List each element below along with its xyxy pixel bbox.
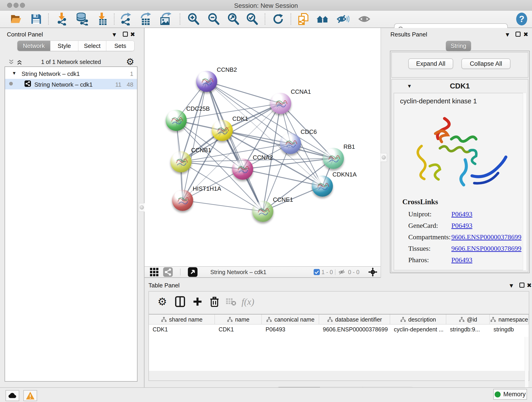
table-cell[interactable]: CDK1 bbox=[215, 325, 262, 334]
zoom-out-button[interactable] bbox=[206, 12, 221, 26]
control-panel-close-icon[interactable]: ✖ bbox=[130, 31, 135, 38]
import-table-from-file-button[interactable] bbox=[95, 12, 109, 26]
node-label: CDC25B bbox=[186, 105, 210, 112]
results-scrollbar[interactable] bbox=[523, 93, 526, 270]
import-network-from-database-button[interactable] bbox=[75, 12, 89, 26]
protein-section-header[interactable]: ▼ CDK1 bbox=[392, 80, 528, 92]
collection-expand-arrow-icon[interactable]: ▼ bbox=[12, 70, 17, 76]
network-collection-row[interactable]: ▼ String Network – cdk1 1 bbox=[5, 69, 137, 78]
table-panel-close-icon[interactable]: ✖ bbox=[527, 282, 532, 289]
network-share-view-button[interactable] bbox=[163, 267, 173, 277]
eye-button[interactable] bbox=[357, 12, 371, 26]
grid-view-button[interactable] bbox=[149, 267, 159, 277]
results-panel-close-icon[interactable]: ✖ bbox=[523, 31, 528, 38]
table-panel-menu-arrow-icon[interactable]: ▼ bbox=[508, 282, 514, 289]
table-cell[interactable]: CDK1 bbox=[149, 325, 215, 334]
tab-network[interactable]: Network bbox=[17, 41, 51, 51]
control-panel: Control Panel ▼ ✖ Network Style Select S… bbox=[0, 28, 144, 387]
zoom-fit-button[interactable] bbox=[226, 12, 240, 26]
open-session-button[interactable] bbox=[9, 12, 23, 26]
network-node-ccna2[interactable] bbox=[232, 159, 253, 180]
zoom-selected-button[interactable] bbox=[245, 12, 259, 26]
network-canvas[interactable]: CCNB2CCNA1CDC25BCDK1CDC6RB1CCNB1CCNA2CDK… bbox=[145, 28, 380, 266]
tab-select[interactable]: Select bbox=[78, 41, 106, 51]
help-button[interactable]: ? bbox=[515, 12, 529, 26]
birdseye-toggle-button[interactable] bbox=[368, 268, 377, 277]
tab-string[interactable]: String bbox=[446, 41, 471, 51]
results-panel-title: Results Panel bbox=[390, 31, 427, 38]
collapse-all-button[interactable]: Collapse All bbox=[462, 58, 510, 69]
column-header-namespace[interactable]: namespace bbox=[490, 314, 529, 325]
table-settings-gear-icon[interactable]: ⚙ bbox=[156, 295, 169, 308]
show-columns-button[interactable] bbox=[174, 295, 186, 308]
network-options-gear-icon[interactable]: ⚙ bbox=[126, 56, 134, 67]
network-node-hist1h1a[interactable] bbox=[172, 190, 193, 211]
apply-layout-button[interactable] bbox=[271, 12, 285, 26]
column-header-canonical-name[interactable]: canonical name bbox=[262, 314, 319, 325]
network-node-cdc25b[interactable] bbox=[166, 110, 187, 131]
zoom-in-button[interactable] bbox=[186, 12, 201, 26]
column-header-name[interactable]: name bbox=[215, 314, 262, 325]
hidden-toggle[interactable] bbox=[338, 269, 346, 275]
delete-column-button[interactable] bbox=[208, 295, 221, 308]
network-node-ccna1[interactable] bbox=[270, 93, 291, 114]
tab-sets[interactable]: Sets bbox=[106, 41, 134, 51]
expand-all-button[interactable]: Expand All bbox=[408, 58, 453, 69]
table-vertical-scrollbar[interactable] bbox=[525, 337, 528, 394]
table-cell[interactable]: 9606.ENSP00000378699 bbox=[319, 325, 390, 334]
import-network-from-file-button[interactable] bbox=[55, 12, 69, 26]
crosslink-link[interactable]: P06493 bbox=[451, 222, 472, 230]
network-node-cdc6[interactable] bbox=[280, 133, 301, 154]
table-cell[interactable]: cyclin-dependent ... bbox=[390, 325, 446, 334]
crosslink-link[interactable]: 9606.ENSP00000378699 bbox=[451, 245, 521, 252]
tab-style[interactable]: Style bbox=[51, 41, 78, 51]
function-builder-button-disabled[interactable]: f(x) bbox=[241, 295, 254, 308]
network-node-cdkn1a[interactable] bbox=[312, 176, 333, 197]
crosslink-link[interactable]: P06493 bbox=[451, 210, 472, 218]
selected-checkbox[interactable] bbox=[314, 269, 320, 275]
cloud-status-button[interactable] bbox=[6, 390, 19, 401]
results-panel-float-icon[interactable] bbox=[515, 32, 520, 37]
clone-network-button[interactable] bbox=[296, 12, 310, 26]
network-node-cdk1[interactable] bbox=[212, 120, 233, 141]
results-panel-menu-arrow-icon[interactable]: ▼ bbox=[505, 31, 510, 38]
network-edge[interactable] bbox=[183, 200, 263, 211]
network-row[interactable]: String Network – cdk1 11 48 bbox=[5, 79, 137, 89]
memory-button[interactable]: Memory bbox=[493, 389, 527, 400]
export-network-button[interactable] bbox=[119, 12, 133, 26]
table-cell[interactable]: stringdb:9... bbox=[446, 325, 490, 334]
column-tree-icon bbox=[266, 317, 272, 322]
delete-table-button-disabled[interactable] bbox=[225, 295, 237, 308]
table-row[interactable]: CDK1CDK1P064939606.ENSP00000378699cyclin… bbox=[149, 325, 529, 334]
network-node-rb1[interactable] bbox=[323, 148, 344, 169]
column-header-shared-name[interactable]: shared name bbox=[149, 314, 215, 325]
network-node-ccnb1[interactable] bbox=[171, 151, 191, 172]
create-column-button[interactable] bbox=[191, 295, 204, 308]
network-edge[interactable] bbox=[207, 81, 281, 103]
column-header-description[interactable]: description bbox=[390, 314, 446, 325]
table-cell[interactable]: stringdb bbox=[490, 325, 529, 334]
column-header--id[interactable]: @id bbox=[446, 314, 490, 325]
warnings-button[interactable] bbox=[23, 390, 37, 401]
crosslink-label: Pharos: bbox=[408, 256, 429, 264]
right-splitter-handle[interactable] bbox=[380, 153, 387, 162]
first-neighbors-button[interactable] bbox=[316, 12, 330, 26]
network-edge[interactable] bbox=[243, 169, 322, 186]
export-table-button[interactable] bbox=[138, 12, 152, 26]
network-node-ccne1[interactable] bbox=[252, 201, 273, 222]
column-header-database-identifier[interactable]: database identifier bbox=[319, 314, 390, 325]
control-panel-menu-arrow-icon[interactable]: ▼ bbox=[111, 31, 117, 38]
export-image-button[interactable] bbox=[158, 12, 172, 26]
left-splitter-handle[interactable] bbox=[139, 203, 145, 212]
hidden-node-edge-counts: 0 - 0 bbox=[348, 269, 360, 275]
crosslink-link[interactable]: 9606.ENSP00000378699 bbox=[451, 233, 521, 241]
network-node-ccnb2[interactable] bbox=[196, 71, 217, 92]
control-panel-float-icon[interactable] bbox=[123, 32, 128, 37]
detach-view-button[interactable] bbox=[188, 267, 197, 277]
show-hide-button[interactable] bbox=[336, 12, 350, 26]
save-session-button[interactable] bbox=[29, 12, 43, 26]
table-panel-float-icon[interactable] bbox=[519, 283, 525, 288]
network-edge[interactable] bbox=[183, 81, 207, 200]
crosslink-link[interactable]: P06493 bbox=[451, 256, 472, 264]
table-cell[interactable]: P06493 bbox=[262, 325, 319, 334]
